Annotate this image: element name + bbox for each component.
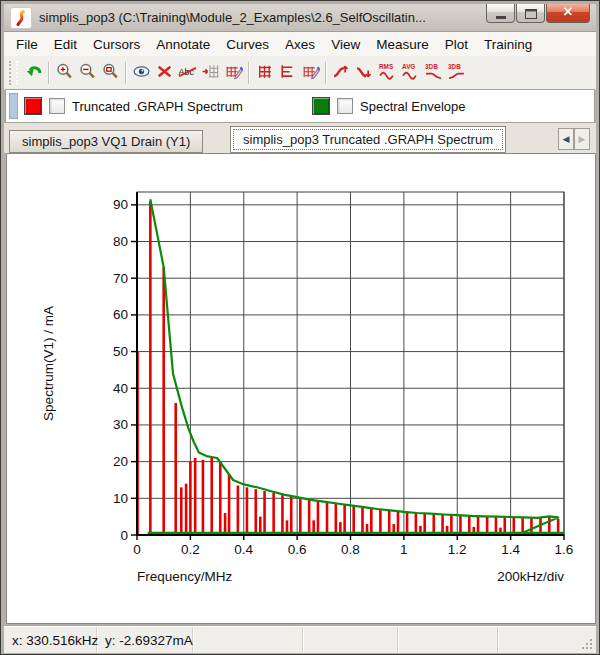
menu-item-axes[interactable]: Axes xyxy=(277,34,323,55)
edit-grid-icon xyxy=(301,62,320,84)
menu-item-plot[interactable]: Plot xyxy=(437,34,476,55)
menu-bar: FileEditCursorsAnnotateCurvesAxesViewMea… xyxy=(4,32,596,57)
3db-highpass-icon: 3DB xyxy=(447,62,466,84)
move-curve-down-button[interactable] xyxy=(353,61,376,84)
edit-grid-button[interactable] xyxy=(299,61,322,84)
move-curve-up-icon xyxy=(332,62,351,84)
y-tick-label: 30 xyxy=(113,417,128,432)
legend-color-swatch[interactable] xyxy=(312,97,330,115)
3db-lowpass-button[interactable]: 3DB xyxy=(422,61,445,84)
zoom-x-axis-icon xyxy=(78,62,97,84)
add-grid-button[interactable] xyxy=(253,61,276,84)
svg-text:RMS: RMS xyxy=(379,63,393,70)
tab-bar: ◀ ▶ simplis_pop3 VQ1 Drain (Y1)simplis_p… xyxy=(4,123,596,153)
undo-icon xyxy=(24,62,43,84)
curve-select-strip[interactable] xyxy=(9,93,18,119)
spectrum-plot-svg[interactable]: 010203040506070809000.20.40.60.811.21.41… xyxy=(7,154,595,623)
edit-axis-button[interactable] xyxy=(222,61,245,84)
minimize-icon xyxy=(496,16,506,19)
zoom-rect-icon xyxy=(101,62,120,84)
close-button[interactable]: × xyxy=(546,4,590,23)
tab-scroll-left-button[interactable]: ◀ xyxy=(558,128,574,150)
status-cell xyxy=(303,627,398,653)
undo-button[interactable] xyxy=(22,61,45,84)
legend-label: Truncated .GRAPH Spectrum xyxy=(72,99,243,114)
menu-item-curves[interactable]: Curves xyxy=(218,34,277,55)
delete-annotation-icon: Abc xyxy=(178,62,197,84)
x-tick-label: 0 xyxy=(133,542,141,557)
avg-measure-button[interactable]: AVG xyxy=(399,61,422,84)
y-tick-label: 40 xyxy=(113,381,128,396)
avg-measure-icon: AVG xyxy=(401,62,420,84)
x-tick-label: 0.4 xyxy=(234,542,253,557)
edit-axis-icon xyxy=(224,62,243,84)
x-div-label: 200kHz/div xyxy=(497,569,564,584)
move-curve-up-button[interactable] xyxy=(330,61,353,84)
menu-item-cursors[interactable]: Cursors xyxy=(85,34,148,55)
plot-grid xyxy=(137,192,564,535)
add-y-axis-button[interactable] xyxy=(276,61,299,84)
y-tick-label: 70 xyxy=(113,271,128,286)
delete-annotation-button[interactable]: Abc xyxy=(176,61,199,84)
y-tick-label: 20 xyxy=(113,454,128,469)
maximize-icon xyxy=(525,9,537,19)
legend-label: Spectral Envelope xyxy=(360,99,466,114)
chart-panel[interactable]: 010203040506070809000.20.40.60.811.21.41… xyxy=(6,153,596,624)
y-tick-label: 50 xyxy=(113,344,128,359)
status-cursor-y: y: -2.69327mA xyxy=(97,627,193,653)
minimize-button[interactable] xyxy=(486,4,515,23)
3db-highpass-button[interactable]: 3DB xyxy=(445,61,468,84)
legend-entry: Truncated .GRAPH Spectrum xyxy=(24,90,243,122)
x-tick-label: 1.6 xyxy=(555,542,574,557)
move-axis-button[interactable] xyxy=(199,61,222,84)
maximize-button[interactable] xyxy=(516,4,545,23)
svg-text:AVG: AVG xyxy=(402,63,415,70)
right-arrow-icon: ▶ xyxy=(579,134,586,144)
legend-checkbox[interactable] xyxy=(49,98,65,114)
zoom-rect-button[interactable] xyxy=(99,61,122,84)
y-tick-label: 60 xyxy=(113,307,128,322)
y-tick-label: 10 xyxy=(113,491,128,506)
zoom-x-axis-button[interactable] xyxy=(76,61,99,84)
menu-item-annotate[interactable]: Annotate xyxy=(148,34,218,55)
toolbar-grip[interactable] xyxy=(9,61,18,85)
tab-vq1-drain[interactable]: simplis_pop3 VQ1 Drain (Y1) xyxy=(9,130,203,153)
rms-measure-icon: RMS xyxy=(378,62,397,84)
menu-item-training[interactable]: Training xyxy=(476,34,540,55)
menu-item-edit[interactable]: Edit xyxy=(46,34,85,55)
title-bar[interactable]: simplis_pop3 (C:\Training\Module_2_Examp… xyxy=(4,4,596,32)
rms-measure-button[interactable]: RMS xyxy=(376,61,399,84)
menu-item-measure[interactable]: Measure xyxy=(368,34,437,55)
y-tick-label: 90 xyxy=(113,197,128,212)
menu-item-file[interactable]: File xyxy=(8,34,46,55)
x-tick-label: 0.8 xyxy=(341,542,360,557)
delete-curve-button[interactable] xyxy=(153,61,176,84)
legend-entry: Spectral Envelope xyxy=(312,90,466,122)
x-tick-label: 0.6 xyxy=(288,542,307,557)
x-tick-label: 0.2 xyxy=(181,542,200,557)
window: simplis_pop3 (C:\Training\Module_2_Examp… xyxy=(0,0,600,655)
left-arrow-icon: ◀ xyxy=(563,134,570,144)
status-cursor-x: x: 330.516kHz xyxy=(4,627,97,653)
move-axis-icon xyxy=(201,62,220,84)
tab-truncated-graph-spectrum[interactable]: simplis_pop3 Truncated .GRAPH Spectrum xyxy=(230,126,506,153)
close-icon: × xyxy=(563,4,572,20)
toolbar-separator xyxy=(125,62,127,84)
legend-checkbox[interactable] xyxy=(337,98,353,114)
svg-text:3DB: 3DB xyxy=(448,63,461,70)
tab-scroll-right-button[interactable]: ▶ xyxy=(574,128,590,150)
zoom-in-button[interactable] xyxy=(53,61,76,84)
add-grid-icon xyxy=(255,62,274,84)
3db-lowpass-icon: 3DB xyxy=(424,62,443,84)
show-hide-curve-button[interactable] xyxy=(130,61,153,84)
zoom-in-icon xyxy=(55,62,74,84)
resize-grip[interactable] xyxy=(581,638,594,651)
delete-curve-icon xyxy=(155,62,174,84)
x-tick-label: 1.2 xyxy=(448,542,467,557)
simplis-logo-icon xyxy=(13,10,29,26)
menu-item-view[interactable]: View xyxy=(323,34,368,55)
x-tick-label: 1.4 xyxy=(501,542,520,557)
legend-bar: Truncated .GRAPH SpectrumSpectral Envelo… xyxy=(5,89,595,123)
x-axis-title: Frequency/MHz xyxy=(137,569,233,584)
legend-color-swatch[interactable] xyxy=(24,97,42,115)
